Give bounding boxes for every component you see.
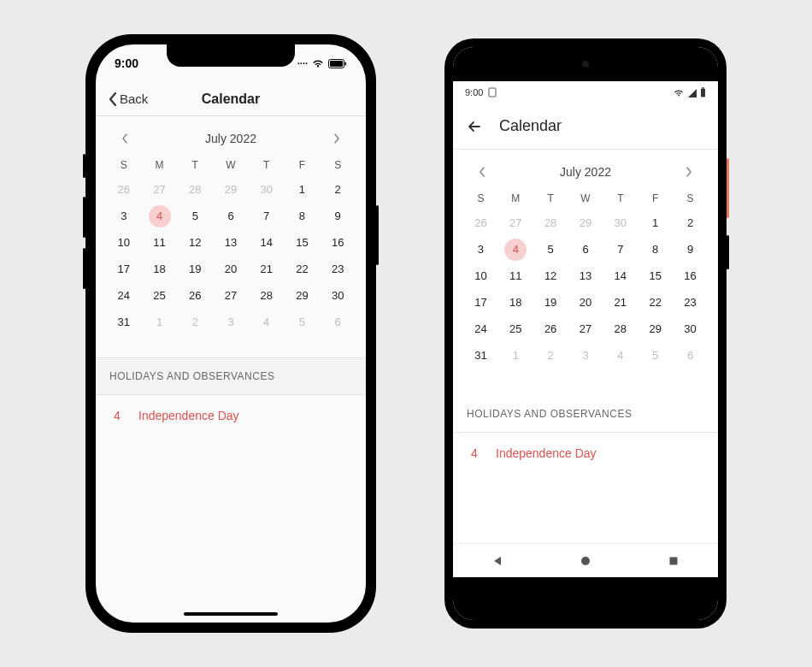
day-cell[interactable]: 22 bbox=[285, 256, 321, 282]
day-cell[interactable]: 23 bbox=[673, 289, 708, 316]
day-cell[interactable]: 29 bbox=[638, 316, 673, 342]
day-cell[interactable]: 6 bbox=[673, 342, 708, 369]
day-cell[interactable]: 26 bbox=[177, 282, 213, 309]
week-row: 10111213141516 bbox=[106, 229, 356, 256]
day-cell[interactable]: 27 bbox=[213, 282, 249, 309]
day-cell[interactable]: 2 bbox=[177, 309, 213, 335]
day-cell[interactable]: 16 bbox=[673, 263, 708, 289]
day-cell[interactable]: 8 bbox=[285, 203, 321, 229]
day-cell[interactable]: 10 bbox=[106, 229, 142, 256]
day-cell[interactable]: 9 bbox=[673, 236, 708, 263]
day-cell[interactable]: 11 bbox=[142, 229, 178, 256]
day-cell[interactable]: 7 bbox=[249, 203, 285, 229]
day-cell[interactable]: 5 bbox=[533, 236, 568, 263]
day-cell[interactable]: 13 bbox=[568, 263, 603, 289]
day-cell[interactable]: 29 bbox=[213, 176, 249, 203]
nav-recents-button[interactable] bbox=[668, 555, 680, 567]
nav-back-button[interactable] bbox=[491, 555, 503, 567]
day-cell[interactable]: 25 bbox=[498, 316, 533, 342]
day-cell[interactable]: 3 bbox=[213, 309, 249, 335]
day-cell[interactable]: 2 bbox=[533, 342, 568, 369]
day-cell[interactable]: 27 bbox=[568, 316, 603, 342]
day-cell[interactable]: 31 bbox=[463, 342, 498, 369]
day-cell[interactable]: 19 bbox=[177, 256, 213, 282]
day-cell[interactable]: 15 bbox=[638, 263, 673, 289]
holiday-item[interactable]: 4Independence Day bbox=[453, 433, 718, 474]
day-cell[interactable]: 30 bbox=[249, 176, 285, 203]
prev-month-button[interactable] bbox=[115, 130, 135, 147]
day-cell[interactable]: 4 bbox=[603, 342, 638, 369]
day-cell[interactable]: 18 bbox=[142, 256, 178, 282]
day-cell[interactable]: 1 bbox=[285, 176, 321, 203]
day-cell[interactable]: 1 bbox=[498, 342, 533, 369]
day-cell[interactable]: 26 bbox=[106, 176, 142, 203]
day-cell[interactable]: 29 bbox=[285, 282, 321, 309]
day-cell[interactable]: 15 bbox=[285, 229, 321, 256]
day-cell[interactable]: 6 bbox=[213, 203, 249, 229]
back-button[interactable]: Back bbox=[108, 91, 148, 107]
day-cell[interactable]: 27 bbox=[498, 210, 533, 236]
day-cell[interactable]: 17 bbox=[106, 256, 142, 282]
next-month-button[interactable] bbox=[327, 130, 347, 147]
month-label: July 2022 bbox=[560, 165, 611, 179]
day-cell[interactable]: 26 bbox=[463, 210, 498, 236]
day-cell[interactable]: 28 bbox=[249, 282, 285, 309]
day-cell[interactable]: 3 bbox=[463, 236, 498, 263]
day-cell[interactable]: 27 bbox=[142, 176, 178, 203]
day-cell[interactable]: 21 bbox=[603, 289, 638, 316]
day-cell[interactable]: 21 bbox=[249, 256, 285, 282]
week-row: 31123456 bbox=[463, 342, 708, 369]
day-cell[interactable]: 25 bbox=[142, 282, 178, 309]
day-cell[interactable]: 28 bbox=[603, 316, 638, 342]
day-cell[interactable]: 28 bbox=[533, 210, 568, 236]
day-cell[interactable]: 12 bbox=[177, 229, 213, 256]
day-cell[interactable]: 28 bbox=[177, 176, 213, 203]
day-cell[interactable]: 7 bbox=[603, 236, 638, 263]
day-cell[interactable]: 20 bbox=[213, 256, 249, 282]
day-cell[interactable]: 22 bbox=[638, 289, 673, 316]
day-cell[interactable]: 16 bbox=[320, 229, 356, 256]
day-cell[interactable]: 24 bbox=[463, 316, 498, 342]
day-cell[interactable]: 3 bbox=[106, 203, 142, 229]
next-month-button[interactable] bbox=[679, 163, 699, 180]
day-cell[interactable]: 1 bbox=[638, 210, 673, 236]
day-cell[interactable]: 4 bbox=[249, 309, 285, 335]
day-cell[interactable]: 30 bbox=[673, 316, 708, 342]
day-cell[interactable]: 2 bbox=[673, 210, 708, 236]
day-cell[interactable]: 23 bbox=[320, 256, 356, 282]
day-cell[interactable]: 11 bbox=[498, 263, 533, 289]
day-cell[interactable]: 6 bbox=[320, 309, 356, 335]
day-cell[interactable]: 18 bbox=[498, 289, 533, 316]
back-button[interactable] bbox=[467, 119, 482, 134]
day-cell[interactable]: 9 bbox=[320, 203, 356, 229]
day-cell[interactable]: 5 bbox=[285, 309, 321, 335]
nav-home-button[interactable] bbox=[580, 555, 591, 567]
day-cell[interactable]: 19 bbox=[533, 289, 568, 316]
day-cell[interactable]: 30 bbox=[320, 282, 356, 309]
holiday-item[interactable]: 4Independence Day bbox=[96, 395, 366, 436]
day-cell[interactable]: 31 bbox=[106, 309, 142, 335]
day-cell[interactable]: 14 bbox=[603, 263, 638, 289]
day-cell[interactable]: 2 bbox=[320, 176, 356, 203]
day-cell[interactable]: 24 bbox=[106, 282, 142, 309]
day-cell[interactable]: 26 bbox=[533, 316, 568, 342]
day-cell[interactable]: 4 bbox=[498, 236, 533, 263]
day-cell[interactable]: 3 bbox=[568, 342, 603, 369]
day-cell[interactable]: 5 bbox=[177, 203, 213, 229]
day-cell[interactable]: 12 bbox=[533, 263, 568, 289]
day-cell[interactable]: 8 bbox=[638, 236, 673, 263]
day-cell[interactable]: 6 bbox=[568, 236, 603, 263]
day-cell[interactable]: 10 bbox=[463, 263, 498, 289]
day-cell[interactable]: 5 bbox=[638, 342, 673, 369]
prev-month-button[interactable] bbox=[472, 163, 492, 180]
day-cell[interactable]: 17 bbox=[463, 289, 498, 316]
day-cell[interactable]: 4 bbox=[142, 203, 178, 229]
day-cell[interactable]: 14 bbox=[249, 229, 285, 256]
day-cell[interactable]: 1 bbox=[142, 309, 178, 335]
day-cell[interactable]: 29 bbox=[568, 210, 603, 236]
day-cell[interactable]: 20 bbox=[568, 289, 603, 316]
day-cell[interactable]: 13 bbox=[213, 229, 249, 256]
home-indicator[interactable] bbox=[184, 612, 278, 616]
day-cell[interactable]: 30 bbox=[603, 210, 638, 236]
holidays-section-header: HOLIDAYS AND OBSERVANCES bbox=[96, 357, 366, 395]
